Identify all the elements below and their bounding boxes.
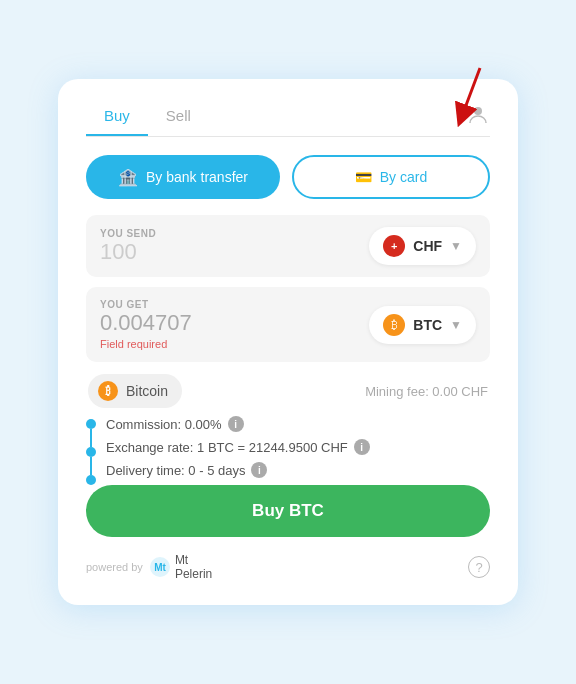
svg-text:Mt: Mt bbox=[154, 562, 166, 573]
vertical-line-column bbox=[86, 416, 96, 485]
powered-by-text: powered by bbox=[86, 561, 143, 573]
send-input-group: YOU SEND 100 bbox=[100, 228, 369, 265]
commission-text: Commission: 0.00% bbox=[106, 417, 222, 432]
bitcoin-tag[interactable]: ₿ Bitcoin bbox=[88, 374, 182, 408]
get-input-group: YOU GET 0.004707 Field required bbox=[100, 299, 369, 350]
tabs: Buy Sell bbox=[86, 99, 209, 136]
field-required-message: Field required bbox=[100, 338, 369, 350]
svg-point-0 bbox=[474, 107, 482, 115]
chf-flag: + bbox=[383, 235, 405, 257]
dot-3 bbox=[86, 475, 96, 485]
bitcoin-small-icon: ₿ bbox=[98, 381, 118, 401]
send-value[interactable]: 100 bbox=[100, 239, 369, 265]
main-card: Buy Sell 🏦 bbox=[58, 79, 518, 605]
help-icon[interactable]: ? bbox=[468, 556, 490, 578]
card-label: By card bbox=[380, 169, 427, 185]
exchange-info-icon[interactable]: i bbox=[354, 439, 370, 455]
vline-2 bbox=[90, 457, 92, 475]
powered-by: powered by Mt MtPelerin bbox=[86, 553, 212, 581]
payment-methods: 🏦 By bank transfer 💳 By card bbox=[86, 155, 490, 199]
get-label: YOU GET bbox=[100, 299, 369, 310]
brand-name: MtPelerin bbox=[175, 553, 212, 581]
mining-fee-text: Mining fee: 0.00 CHF bbox=[365, 384, 488, 399]
info-row-commission: Commission: 0.00% i bbox=[106, 416, 490, 432]
dot-1 bbox=[86, 419, 96, 429]
info-rows-content: Commission: 0.00% i Exchange rate: 1 BTC… bbox=[106, 416, 490, 485]
btc-flag: ₿ bbox=[383, 314, 405, 336]
header: Buy Sell bbox=[86, 99, 490, 136]
send-currency-selector[interactable]: + CHF ▼ bbox=[369, 227, 476, 265]
get-value[interactable]: 0.004707 bbox=[100, 310, 369, 336]
pelerin-logo-icon: Mt bbox=[149, 556, 171, 578]
tab-sell[interactable]: Sell bbox=[148, 99, 209, 136]
tab-buy[interactable]: Buy bbox=[86, 99, 148, 136]
bitcoin-name: Bitcoin bbox=[126, 383, 168, 399]
user-icon[interactable] bbox=[466, 107, 490, 132]
vline-1 bbox=[90, 429, 92, 447]
commission-info-icon[interactable]: i bbox=[228, 416, 244, 432]
delivery-text: Delivery time: 0 - 5 days bbox=[106, 463, 245, 478]
info-row-delivery: Delivery time: 0 - 5 days i bbox=[106, 462, 490, 478]
card-button[interactable]: 💳 By card bbox=[292, 155, 490, 199]
bank-icon: 🏦 bbox=[118, 168, 138, 187]
get-currency-selector[interactable]: ₿ BTC ▼ bbox=[369, 306, 476, 344]
you-send-section: YOU SEND 100 + CHF ▼ bbox=[86, 215, 490, 277]
send-currency-code: CHF bbox=[413, 238, 442, 254]
buy-btc-button[interactable]: Buy BTC bbox=[86, 485, 490, 537]
get-currency-code: BTC bbox=[413, 317, 442, 333]
dot-2 bbox=[86, 447, 96, 457]
send-chevron-icon: ▼ bbox=[450, 239, 462, 253]
card-icon: 💳 bbox=[355, 169, 372, 185]
bank-transfer-button[interactable]: 🏦 By bank transfer bbox=[86, 155, 280, 199]
exchange-text: Exchange rate: 1 BTC = 21244.9500 CHF bbox=[106, 440, 348, 455]
send-label: YOU SEND bbox=[100, 228, 369, 239]
info-row-exchange: Exchange rate: 1 BTC = 21244.9500 CHF i bbox=[106, 439, 490, 455]
you-get-section: YOU GET 0.004707 Field required ₿ BTC ▼ bbox=[86, 287, 490, 362]
footer: powered by Mt MtPelerin ? bbox=[86, 553, 490, 581]
info-rows-wrapper: Commission: 0.00% i Exchange rate: 1 BTC… bbox=[86, 416, 490, 485]
bitcoin-row: ₿ Bitcoin Mining fee: 0.00 CHF bbox=[86, 374, 490, 408]
bank-transfer-label: By bank transfer bbox=[146, 169, 248, 185]
delivery-info-icon[interactable]: i bbox=[251, 462, 267, 478]
get-chevron-icon: ▼ bbox=[450, 318, 462, 332]
header-divider bbox=[86, 136, 490, 137]
pelerin-logo: Mt MtPelerin bbox=[149, 553, 212, 581]
